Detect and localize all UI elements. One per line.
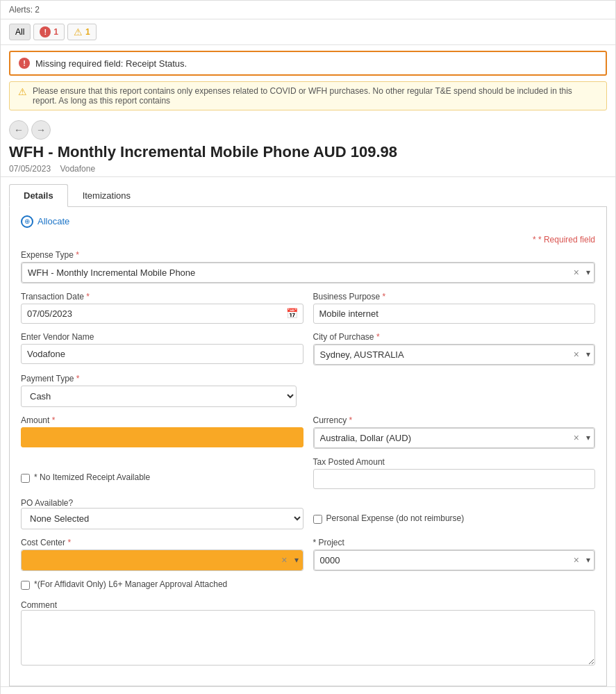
expense-header: ← → WFH - Monthly Incremental Mobile Pho… [1, 115, 615, 177]
expense-type-group: Expense Type * × ▾ [21, 250, 595, 283]
warn-count: 1 [85, 27, 90, 37]
po-available-label: PO Available? [21, 498, 73, 508]
expense-type-wrapper: × ▾ [21, 262, 595, 283]
error-message: Missing required field: Receipt Status. [35, 58, 187, 69]
city-label: City of Purchase * [313, 332, 596, 342]
expense-type-clear-icon[interactable]: × [574, 267, 579, 278]
project-clear-icon[interactable]: × [574, 554, 579, 565]
currency-wrapper: × ▾ [313, 427, 596, 449]
date-purpose-row: Transaction Date * 📅 Business Purpose * [21, 292, 595, 324]
error-alert: ! Missing required field: Receipt Status… [9, 51, 607, 76]
payment-type-row: Payment Type * Cash Credit Card Personal… [21, 374, 595, 407]
vendor-city-row: Enter Vendor Name City of Purchase * × ▾ [21, 332, 595, 365]
cost-center-label: Cost Center * [21, 538, 303, 547]
business-purpose-input[interactable] [313, 304, 596, 324]
tabs: Details Itemizations [9, 184, 607, 207]
alerts-bar: Alerts: 2 [1, 1, 615, 19]
warn-icon: ⚠ [18, 86, 27, 97]
filter-warn-btn[interactable]: ⚠ 1 [67, 24, 97, 40]
tax-posted-label: Tax Posted Amount [313, 457, 596, 467]
globe-icon: ⊕ [21, 215, 33, 228]
filter-error-btn[interactable]: ! 1 [33, 24, 65, 40]
expense-meta: 07/05/2023 Vodafone [9, 164, 607, 174]
alert-filters: All ! 1 ⚠ 1 [1, 19, 615, 45]
personal-expense-checkbox[interactable] [313, 515, 322, 524]
affidavit-checkbox-row: *(For Affidavit Only) L6+ Manager Approv… [21, 579, 595, 591]
no-receipt-checkbox-row: * No Itemized Receipt Available [21, 472, 303, 484]
next-btn[interactable]: → [31, 120, 51, 140]
expense-type-label: Expense Type * [21, 250, 595, 260]
transaction-date-label: Transaction Date * [21, 292, 303, 301]
comment-group: Comment [21, 600, 595, 668]
form-area: ⊕ Allocate * * Required field Expense Ty… [9, 207, 607, 686]
transaction-date-group: Transaction Date * 📅 [21, 292, 303, 324]
button-row: Save Expense Cancel [1, 686, 615, 694]
expense-title: WFH - Monthly Incremental Mobile Phone A… [9, 142, 607, 163]
tab-itemizations[interactable]: Itemizations [68, 184, 145, 207]
po-available-select[interactable]: None Selected Yes No [21, 508, 303, 529]
tax-posted-input[interactable] [313, 469, 596, 489]
project-group: * Project × ▾ [313, 538, 596, 571]
currency-input[interactable] [314, 428, 595, 448]
expense-type-row: Expense Type * × ▾ [21, 250, 595, 283]
expense-type-input[interactable] [22, 263, 594, 283]
warning-message: Please ensure that this report contains … [33, 86, 598, 106]
city-group: City of Purchase * × ▾ [313, 332, 596, 365]
personal-expense-group: Personal Expense (do not reimburse) [313, 513, 596, 529]
required-note: * * Required field [21, 235, 595, 245]
alerts-label: Alerts: 2 [9, 5, 40, 15]
project-label: * Project [313, 538, 596, 547]
calendar-icon[interactable]: 📅 [286, 308, 298, 319]
project-wrapper: × ▾ [313, 550, 596, 571]
comment-textarea[interactable] [21, 610, 595, 666]
filter-all-label: All [15, 27, 24, 37]
tax-posted-group: Tax Posted Amount [313, 457, 596, 489]
affidavit-row: *(For Affidavit Only) L6+ Manager Approv… [21, 579, 595, 591]
prev-btn[interactable]: ← [9, 120, 28, 140]
error-circle-icon: ! [19, 58, 30, 69]
payment-type-group: Payment Type * Cash Credit Card Personal… [21, 374, 297, 407]
expense-vendor: Vodafone [60, 164, 95, 174]
transaction-date-input[interactable] [21, 304, 303, 324]
amount-currency-row: Amount * Currency * × ▾ [21, 415, 595, 449]
warn-triangle-icon: ⚠ [74, 26, 83, 38]
vendor-group: Enter Vendor Name [21, 332, 303, 365]
currency-group: Currency * × ▾ [313, 415, 596, 449]
business-purpose-label: Business Purpose * [313, 292, 596, 301]
city-clear-icon[interactable]: × [574, 349, 579, 360]
error-count: 1 [53, 27, 58, 37]
po-personal-row: PO Available? None Selected Yes No Perso… [21, 497, 595, 529]
filter-all-btn[interactable]: All [9, 24, 31, 40]
cost-center-input[interactable] [22, 550, 303, 570]
affidavit-checkbox[interactable] [21, 581, 30, 590]
vendor-input[interactable] [21, 344, 303, 364]
tab-details[interactable]: Details [9, 184, 68, 207]
nav-arrows: ← → [9, 120, 607, 140]
cost-project-row: Cost Center * × ▾ * Project × ▾ [21, 538, 595, 571]
allocate-row[interactable]: ⊕ Allocate [21, 215, 595, 228]
currency-clear-icon[interactable]: × [574, 432, 579, 443]
vendor-label: Enter Vendor Name [21, 332, 303, 342]
expense-date: 07/05/2023 [9, 164, 51, 174]
no-receipt-group: * No Itemized Receipt Available [21, 457, 303, 489]
no-receipt-checkbox[interactable] [21, 474, 30, 483]
cost-center-wrapper: × ▾ [21, 550, 303, 571]
city-input[interactable] [314, 345, 595, 365]
affidavit-label: *(For Affidavit Only) L6+ Manager Approv… [34, 579, 227, 589]
no-receipt-label: * No Itemized Receipt Available [34, 472, 150, 482]
personal-expense-label: Personal Expense (do not reimburse) [326, 513, 465, 523]
cost-center-clear-icon[interactable]: × [281, 554, 287, 565]
warning-alert: ⚠ Please ensure that this report contain… [9, 81, 607, 110]
page-wrapper: Alerts: 2 All ! 1 ⚠ 1 ! Missing required… [0, 0, 616, 694]
business-purpose-group: Business Purpose * [313, 292, 596, 324]
currency-label: Currency * [313, 415, 596, 425]
city-wrapper: × ▾ [313, 344, 596, 365]
error-icon: ! [40, 26, 51, 38]
amount-input[interactable] [21, 427, 303, 447]
tax-row: * No Itemized Receipt Available Tax Post… [21, 457, 595, 489]
project-input[interactable] [314, 550, 595, 570]
amount-label: Amount * [21, 415, 303, 425]
allocate-label: Allocate [38, 216, 69, 226]
amount-group: Amount * [21, 415, 303, 449]
payment-type-select[interactable]: Cash Credit Card Personal Credit Card [21, 386, 297, 407]
